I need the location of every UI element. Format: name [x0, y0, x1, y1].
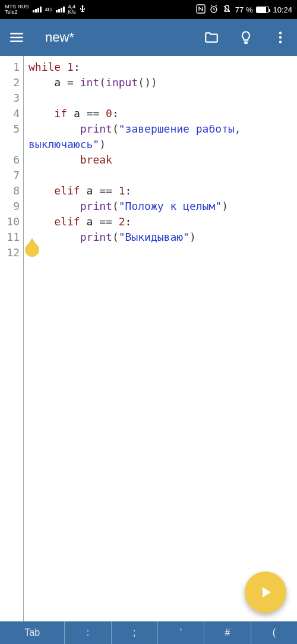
code-line[interactable]: while 1:	[29, 59, 295, 75]
symbol-bar: Tab : ; ' # (	[0, 621, 297, 644]
key-tab[interactable]: Tab	[0, 621, 65, 644]
signal-icon-1	[33, 7, 42, 12]
key-hash[interactable]: #	[204, 621, 251, 644]
key-semicolon[interactable]: ;	[112, 621, 158, 644]
carrier-2: Tele2	[5, 10, 29, 15]
line-number: 11	[0, 230, 23, 245]
line-number: 12	[0, 245, 23, 260]
line-number: 5	[0, 121, 23, 152]
network-tag: 4G	[45, 7, 52, 12]
bulb-icon[interactable]	[234, 26, 258, 49]
file-title: new*	[45, 30, 189, 45]
svg-point-3	[279, 36, 282, 39]
code-line[interactable]: break	[29, 152, 295, 168]
line-number: 1	[0, 59, 23, 75]
code-line[interactable]	[29, 90, 295, 106]
clock: 10:24	[273, 5, 292, 14]
battery-icon	[256, 7, 269, 13]
usb-icon	[80, 5, 86, 15]
line-number: 7	[0, 168, 23, 183]
app-bar: new*	[0, 19, 297, 56]
line-number: 3	[0, 90, 23, 106]
key-paren[interactable]: (	[251, 621, 297, 644]
code-line[interactable]	[29, 168, 295, 183]
run-button[interactable]	[245, 571, 286, 613]
editor[interactable]: 123456789101112 while 1: a = int(input()…	[0, 56, 297, 621]
alarm-icon	[209, 4, 219, 15]
code-area[interactable]: while 1: a = int(input()) if a == 0: pri…	[24, 56, 297, 621]
status-bar: MTS RUS Tele2 4G 4,4K/s 77 % 10:24	[0, 0, 297, 19]
status-left: MTS RUS Tele2 4G 4,4K/s	[5, 4, 86, 15]
line-number: 9	[0, 199, 23, 214]
net-speed: 4,4K/s	[68, 4, 76, 15]
code-line[interactable]: a = int(input())	[29, 75, 295, 90]
carrier-labels: MTS RUS Tele2	[5, 4, 29, 15]
line-gutter: 123456789101112	[0, 56, 24, 621]
nfc-icon	[196, 4, 206, 15]
line-number: 2	[0, 75, 23, 90]
menu-icon[interactable]	[5, 26, 29, 49]
svg-point-2	[279, 32, 282, 34]
line-number: 8	[0, 183, 23, 199]
code-line[interactable]: elif a == 1:	[29, 183, 295, 199]
svg-point-4	[279, 40, 282, 43]
code-line[interactable]: print("завершение работы, выключаюсь")	[29, 121, 295, 152]
folder-icon[interactable]	[200, 26, 223, 49]
status-right: 77 % 10:24	[196, 4, 292, 15]
key-quote[interactable]: '	[158, 621, 204, 644]
mute-icon	[222, 4, 232, 15]
signal-icon-2	[56, 7, 65, 12]
line-number: 4	[0, 106, 23, 121]
more-icon[interactable]	[268, 26, 292, 49]
code-line[interactable]: print("Выкидываю")	[29, 230, 295, 245]
code-line[interactable]: print("Положу к целым")	[29, 199, 295, 214]
line-number: 10	[0, 214, 23, 230]
key-colon[interactable]: :	[65, 621, 111, 644]
code-line[interactable]: if a == 0:	[29, 106, 295, 121]
code-line[interactable]: elif a == 2:	[29, 214, 295, 230]
cursor-handle[interactable]	[25, 243, 39, 257]
code-line[interactable]	[29, 245, 295, 260]
battery-percent: 77 %	[235, 5, 253, 14]
line-number: 6	[0, 152, 23, 168]
